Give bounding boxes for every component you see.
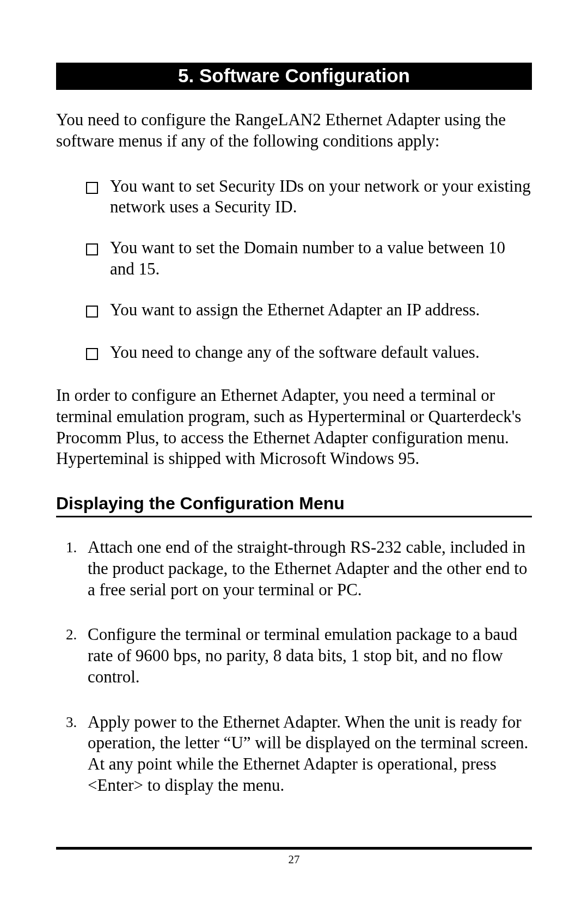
- checkbox-icon: [86, 178, 98, 199]
- checkbox-icon: [86, 240, 98, 261]
- middle-paragraph: In order to configure an Ethernet Adapte…: [56, 385, 532, 469]
- list-text: Attach one end of the straight-through R…: [88, 537, 532, 600]
- checkbox-text: You want to set Security IDs on your net…: [110, 176, 532, 218]
- svg-rect-2: [87, 182, 97, 193]
- page-footer: 27: [56, 847, 532, 867]
- checkbox-text: You want to assign the Ethernet Adapter …: [110, 300, 532, 321]
- list-item: You want to assign the Ethernet Adapter …: [86, 300, 532, 323]
- list-number: 1.: [66, 537, 88, 557]
- list-number: 3.: [66, 712, 88, 732]
- list-item: 3. Apply power to the Ethernet Adapter. …: [66, 712, 532, 796]
- page-number: 27: [289, 853, 300, 866]
- checkbox-icon: [86, 302, 98, 323]
- list-text: Configure the terminal or terminal emula…: [88, 624, 532, 687]
- list-number: 2.: [66, 624, 88, 644]
- list-item: You want to set Security IDs on your net…: [86, 176, 532, 218]
- list-item: 2. Configure the terminal or terminal em…: [66, 624, 532, 687]
- list-item: 1. Attach one end of the straight-throug…: [66, 537, 532, 600]
- checkbox-text: You want to set the Domain number to a v…: [110, 237, 532, 280]
- list-text: Apply power to the Ethernet Adapter. Whe…: [88, 712, 532, 796]
- numbered-list: 1. Attach one end of the straight-throug…: [56, 537, 532, 796]
- checkbox-icon: [86, 344, 98, 365]
- intro-paragraph: You need to configure the RangeLAN2 Ethe…: [56, 109, 532, 152]
- svg-rect-4: [87, 244, 97, 255]
- section-title: Displaying the Configuration Menu: [56, 493, 532, 517]
- svg-rect-6: [87, 306, 97, 317]
- checkbox-list: You want to set Security IDs on your net…: [56, 176, 532, 366]
- list-item: You want to set the Domain number to a v…: [86, 237, 532, 280]
- checkbox-text: You need to change any of the software d…: [110, 342, 532, 363]
- svg-rect-8: [87, 349, 97, 359]
- list-item: You need to change any of the software d…: [86, 342, 532, 365]
- chapter-title: 5. Software Configuration: [56, 63, 532, 90]
